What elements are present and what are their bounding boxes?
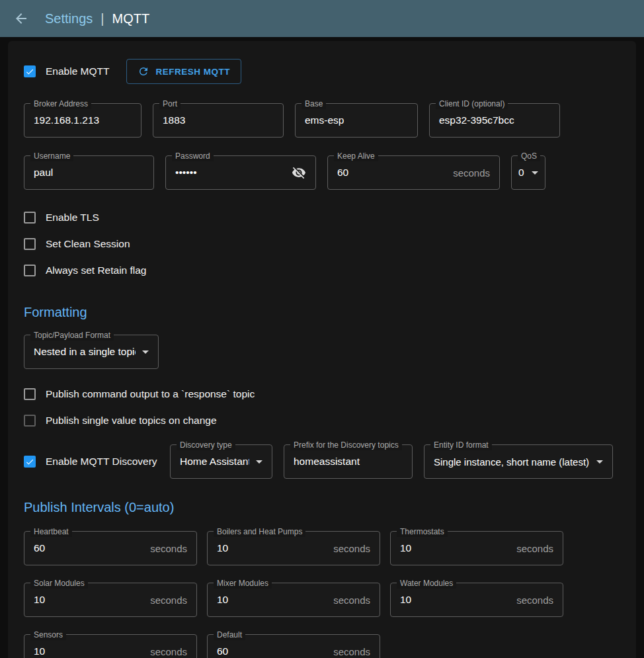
visibility-off-icon[interactable] xyxy=(292,165,306,180)
sensors-interval-value: 10 xyxy=(34,645,145,657)
back-arrow-icon[interactable] xyxy=(12,9,30,28)
entity-id-format-label: Entity ID format xyxy=(430,440,492,450)
solar-interval-field[interactable]: Solar Modules 10 seconds xyxy=(24,583,197,617)
chevron-down-icon xyxy=(596,460,603,464)
publish-response-checkbox[interactable] xyxy=(24,388,36,400)
enable-discovery-label: Enable MQTT Discovery xyxy=(46,456,157,468)
publish-intervals-heading: Publish Intervals (0=auto) xyxy=(24,500,620,515)
entity-id-format-select[interactable]: Entity ID format Single instance, short … xyxy=(424,444,613,479)
publish-intervals-grid: Heartbeat 60 seconds Boilers and Heat Pu… xyxy=(24,531,620,658)
client-id-label: Client ID (optional) xyxy=(436,99,508,109)
discovery-prefix-value: homeassistant xyxy=(294,456,403,468)
keep-alive-label: Keep Alive xyxy=(334,151,378,161)
qos-select[interactable]: QoS 0 xyxy=(511,155,545,190)
username-field[interactable]: Username paul xyxy=(24,155,154,190)
breadcrumb: Settings | MQTT xyxy=(45,11,149,26)
solar-interval-value: 10 xyxy=(34,594,145,606)
password-field[interactable]: Password •••••• xyxy=(165,155,316,190)
retain-flag-checkbox[interactable] xyxy=(24,265,36,276)
port-label: Port xyxy=(159,99,181,109)
thermostats-interval-value: 10 xyxy=(400,542,511,554)
sensors-interval-suffix: seconds xyxy=(150,646,187,657)
retain-flag-checkbox-row[interactable]: Always set Retain flag xyxy=(24,257,620,284)
broker-address-value: 192.168.1.213 xyxy=(34,114,132,126)
password-value: •••••• xyxy=(175,167,286,179)
breadcrumb-separator: | xyxy=(101,11,104,26)
password-label: Password xyxy=(172,151,214,161)
keep-alive-value: 60 xyxy=(337,167,448,179)
enable-tls-checkbox-row[interactable]: Enable TLS xyxy=(24,204,620,231)
sensors-interval-field[interactable]: Sensors 10 seconds xyxy=(24,634,197,658)
mixer-interval-value: 10 xyxy=(217,594,328,606)
heartbeat-interval-field[interactable]: Heartbeat 60 seconds xyxy=(24,531,197,565)
refresh-icon xyxy=(138,65,149,77)
qos-value: 0 xyxy=(518,167,525,179)
enable-mqtt-checkbox-row[interactable]: Enable MQTT xyxy=(24,58,109,85)
boilers-interval-value: 10 xyxy=(217,542,328,554)
heartbeat-interval-label: Heartbeat xyxy=(30,526,72,537)
chevron-down-icon xyxy=(142,350,149,354)
heartbeat-interval-value: 60 xyxy=(34,542,145,554)
mixer-interval-suffix: seconds xyxy=(333,595,370,606)
publish-response-label: Publish command output to a `response` t… xyxy=(46,388,255,400)
water-interval-field[interactable]: Water Modules 10 seconds xyxy=(390,583,563,617)
mixer-interval-label: Mixer Modules xyxy=(214,578,272,589)
keep-alive-suffix: seconds xyxy=(453,167,490,179)
clean-session-checkbox[interactable] xyxy=(24,238,36,250)
default-interval-value: 60 xyxy=(217,645,328,657)
default-interval-label: Default xyxy=(214,630,245,640)
base-value: ems-esp xyxy=(305,114,408,126)
enable-tls-label: Enable TLS xyxy=(46,212,99,224)
broker-address-field[interactable]: Broker Address 192.168.1.213 xyxy=(24,103,141,138)
topic-format-label: Topic/Payload Format xyxy=(30,330,114,341)
publish-options-group: Publish command output to a `response` t… xyxy=(24,381,620,434)
discovery-prefix-field[interactable]: Prefix for the Discovery topics homeassi… xyxy=(284,444,413,479)
water-interval-label: Water Modules xyxy=(397,578,456,589)
discovery-prefix-label: Prefix for the Discovery topics xyxy=(290,440,402,450)
enable-tls-checkbox[interactable] xyxy=(24,212,36,224)
chevron-down-icon xyxy=(532,171,538,175)
discovery-type-select[interactable]: Discovery type Home Assistant xyxy=(170,444,272,479)
thermostats-interval-field[interactable]: Thermostats 10 seconds xyxy=(390,531,563,565)
publish-response-checkbox-row[interactable]: Publish command output to a `response` t… xyxy=(24,381,620,407)
page-title: MQTT xyxy=(112,11,149,26)
client-id-field[interactable]: Client ID (optional) esp32-395c7bcc xyxy=(429,103,560,138)
thermostats-interval-label: Thermostats xyxy=(397,526,448,537)
discovery-type-value: Home Assistant xyxy=(180,456,249,468)
water-interval-value: 10 xyxy=(400,594,511,606)
publish-single-checkbox[interactable] xyxy=(24,415,36,427)
mqtt-options-group: Enable TLS Set Clean Session Always set … xyxy=(24,204,620,284)
enable-discovery-checkbox[interactable] xyxy=(24,456,36,468)
app-header: Settings | MQTT xyxy=(0,0,644,37)
keep-alive-field[interactable]: Keep Alive 60 seconds xyxy=(327,155,500,190)
port-field[interactable]: Port 1883 xyxy=(153,103,284,138)
enable-discovery-checkbox-row[interactable]: Enable MQTT Discovery xyxy=(24,444,159,479)
entity-id-format-value: Single instance, short name (latest) xyxy=(434,456,590,468)
default-interval-field[interactable]: Default 60 seconds xyxy=(207,634,380,658)
username-label: Username xyxy=(30,151,73,161)
breadcrumb-settings[interactable]: Settings xyxy=(45,11,93,26)
credentials-fields-row: Username paul Password •••••• Keep Alive… xyxy=(24,155,620,190)
mixer-interval-field[interactable]: Mixer Modules 10 seconds xyxy=(207,583,380,617)
default-interval-suffix: seconds xyxy=(333,646,370,657)
enable-mqtt-checkbox[interactable] xyxy=(24,65,36,77)
topic-format-select[interactable]: Topic/Payload Format Nested in a single … xyxy=(24,335,159,369)
topic-format-row: Topic/Payload Format Nested in a single … xyxy=(24,335,620,369)
chevron-down-icon xyxy=(256,460,262,464)
refresh-mqtt-button[interactable]: REFRESH MQTT xyxy=(126,59,241,84)
enable-mqtt-label: Enable MQTT xyxy=(46,65,109,77)
client-id-value: esp32-395c7bcc xyxy=(439,114,550,126)
discovery-type-label: Discovery type xyxy=(177,440,235,450)
clean-session-checkbox-row[interactable]: Set Clean Session xyxy=(24,231,620,257)
boilers-interval-field[interactable]: Boilers and Heat Pumps 10 seconds xyxy=(207,531,380,565)
base-field[interactable]: Base ems-esp xyxy=(295,103,418,138)
username-value: paul xyxy=(34,167,144,179)
thermostats-interval-suffix: seconds xyxy=(516,543,553,554)
publish-single-checkbox-row[interactable]: Publish single value topics on change xyxy=(24,407,620,434)
discovery-row: Enable MQTT Discovery Discovery type Hom… xyxy=(24,444,620,479)
clean-session-label: Set Clean Session xyxy=(46,238,130,250)
boilers-interval-suffix: seconds xyxy=(333,543,370,554)
port-value: 1883 xyxy=(163,114,274,126)
broker-fields-row: Broker Address 192.168.1.213 Port 1883 B… xyxy=(24,103,620,138)
publish-single-label: Publish single value topics on change xyxy=(46,415,217,427)
